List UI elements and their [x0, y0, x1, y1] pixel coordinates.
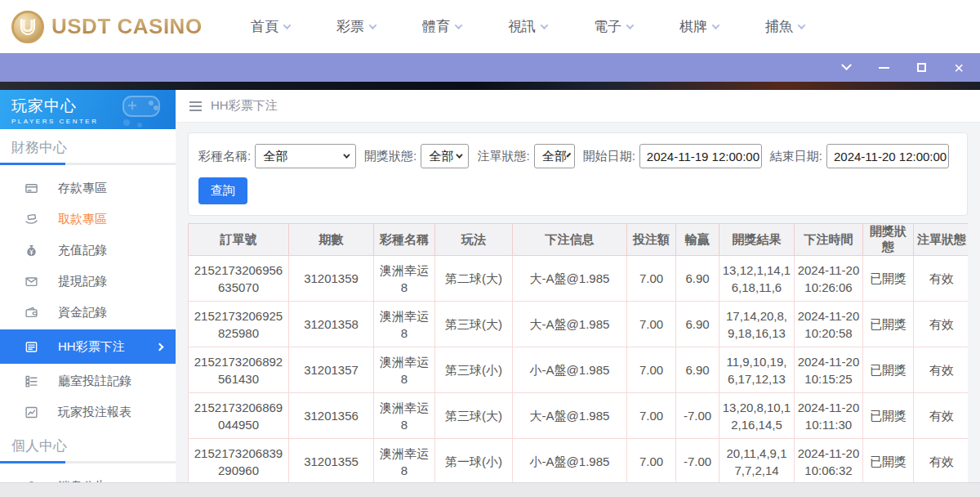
nav-item-6[interactable]: 棋牌 [679, 17, 719, 36]
sidebar-item-0-5[interactable]: HH彩票下注 [0, 329, 176, 364]
table-cell: 7.00 [627, 439, 676, 485]
close-icon[interactable]: × [952, 61, 965, 74]
brand-logo[interactable]: U USDT CASINO [11, 11, 212, 43]
date-input-1[interactable]: 2024-11-19 12:00:00 [639, 144, 762, 168]
collapse-icon[interactable] [840, 61, 853, 74]
filter-select-2[interactable]: 全部 [421, 144, 469, 168]
table-cell: 17,14,20,8,9,18,16,13 [719, 302, 795, 347]
table-cell: 第一球(小) [435, 439, 513, 485]
nav-item-label: 首頁 [251, 17, 278, 36]
chevron-down-icon [455, 21, 463, 29]
table-row[interactable]: 215217320695663507031201359澳洲幸运8第二球(大)大-… [189, 256, 969, 302]
sidebar-section-title: 財務中心 [0, 129, 176, 163]
table-cell: 有效 [914, 347, 969, 393]
column-header: 期數 [289, 224, 374, 256]
recharge-record-icon [24, 244, 38, 257]
sidebar-section-title: 個人中心 [0, 428, 176, 461]
table-cell: 有效 [914, 393, 969, 439]
sidebar-item-label: 充值記錄 [58, 243, 107, 258]
table-cell: 2024-11-20 10:26:06 [795, 256, 863, 302]
sidebar-item-label: 廳室投註記錄 [58, 374, 131, 389]
chevron-down-icon [626, 21, 635, 29]
date-label: 結束日期: [770, 149, 822, 164]
filter-panel: 彩種名稱:全部開獎狀態:全部注單狀態:全部開始日期:2024-11-19 12:… [188, 132, 968, 216]
table-cell: 2024-11-20 10:11:30 [795, 393, 863, 439]
sidebar-item-0-2[interactable]: 充值記錄 [0, 235, 176, 266]
table-cell: 澳洲幸运8 [374, 256, 435, 302]
sidebar-item-0-3[interactable]: 提現記錄 [0, 266, 176, 297]
filter-select-3[interactable]: 全部 [534, 144, 575, 168]
table-cell: 13,12,1,14,16,18,11,6 [719, 256, 795, 302]
filter-label: 注單狀態: [477, 149, 529, 164]
table-cell: 31201359 [289, 256, 374, 302]
column-header: 訂單號 [189, 224, 289, 256]
chevron-down-icon [457, 151, 463, 158]
maximize-icon[interactable] [915, 61, 928, 74]
table-cell: 20,11,4,9,17,7,2,14 [719, 439, 795, 485]
table-cell: 已開獎 [863, 393, 914, 439]
table-cell: 7.00 [627, 393, 676, 439]
table-cell: 澳洲幸运8 [374, 439, 435, 485]
date-input-2[interactable]: 2024-11-20 12:00:00 [826, 144, 949, 168]
sidebar-item-label: 玩家投注報表 [58, 405, 131, 420]
column-header: 開獎狀態 [863, 224, 914, 256]
table-cell: 小-A盤@1.985 [513, 439, 627, 485]
table-cell: 有效 [914, 256, 969, 302]
table-cell: 大-A盤@1.985 [513, 393, 627, 439]
nav-item-1[interactable]: 首頁 [251, 17, 290, 36]
nav-item-label: 電子 [594, 17, 621, 36]
nav-item-3[interactable]: 體育 [422, 17, 461, 36]
table-cell: 有效 [914, 439, 969, 485]
table-cell: 31201356 [289, 393, 374, 439]
search-button[interactable]: 查詢 [198, 177, 247, 204]
minimize-icon[interactable] [877, 61, 890, 74]
page-title: HH彩票下注 [211, 98, 278, 114]
table-cell: 小-A盤@1.985 [513, 347, 627, 393]
nav-item-5[interactable]: 電子 [594, 17, 633, 36]
chevron-down-icon [566, 153, 571, 158]
table-row[interactable]: 215217320683929096031201355澳洲幸运8第一球(小)小-… [189, 439, 969, 485]
hamburger-icon[interactable] [189, 101, 202, 111]
horizontal-scrollbar[interactable] [0, 482, 980, 497]
sidebar-item-0-0[interactable]: 存款專區 [0, 172, 176, 204]
table-cell: 2152173206869044950 [189, 393, 289, 439]
table-cell: 已開獎 [863, 347, 914, 393]
sidebar-item-0-1[interactable]: 取款專區 [0, 204, 176, 235]
nav-item-2[interactable]: 彩票 [336, 17, 376, 36]
table-cell: 31201357 [289, 347, 374, 393]
player-bet-report-icon [24, 405, 38, 419]
sidebar-item-0-7[interactable]: 玩家投注報表 [0, 396, 176, 428]
table-cell: 第三球(大) [435, 302, 513, 347]
nav-menu: 首頁彩票體育視訊電子棋牌捕魚 [251, 17, 804, 36]
main-content: HH彩票下注 彩種名稱:全部開獎狀態:全部注單狀態:全部開始日期:2024-11… [176, 90, 980, 497]
table-cell: 已開獎 [863, 302, 914, 347]
chevron-down-icon [541, 21, 549, 29]
table-cell: 6.90 [676, 347, 719, 393]
table-cell: 7.00 [627, 256, 676, 302]
table-cell: 2152173206925825980 [189, 302, 289, 347]
table-row[interactable]: 215217320689256143031201357澳洲幸运8第三球(小)小-… [189, 347, 969, 393]
sidebar-item-label: 提現記錄 [58, 274, 107, 289]
table-cell: 7.00 [627, 347, 676, 393]
column-header: 玩法 [435, 224, 513, 256]
section-divider [0, 461, 176, 463]
table-cell: 2152173206956635070 [189, 256, 289, 302]
sidebar-item-0-6[interactable]: 廳室投註記錄 [0, 365, 176, 396]
sidebar-item-label: 存款專區 [58, 181, 107, 196]
table-cell: 2152173206892561430 [189, 347, 289, 393]
sidebar-item-0-4[interactable]: 資金記錄 [0, 297, 176, 328]
nav-item-7[interactable]: 捕魚 [765, 17, 804, 36]
top-nav: U USDT CASINO 首頁彩票體育視訊電子棋牌捕魚 [0, 0, 980, 53]
filter-select-1[interactable]: 全部 [255, 144, 356, 168]
brand-name: USDT CASINO [51, 14, 203, 39]
column-header: 輸贏 [676, 224, 719, 256]
table-row[interactable]: 215217320692582598031201358澳洲幸运8第三球(大)大-… [189, 302, 969, 347]
withdraw-icon [24, 213, 38, 226]
table-row[interactable]: 215217320686904495031201356澳洲幸运8第三球(大)大-… [189, 393, 969, 439]
table-cell: 13,20,8,10,12,16,14,5 [719, 393, 795, 439]
withdrawal-record-icon [24, 275, 38, 289]
nav-item-label: 棋牌 [679, 17, 707, 36]
select-value: 全部 [429, 149, 453, 164]
nav-item-label: 體育 [422, 17, 450, 36]
nav-item-4[interactable]: 視訊 [508, 17, 547, 36]
